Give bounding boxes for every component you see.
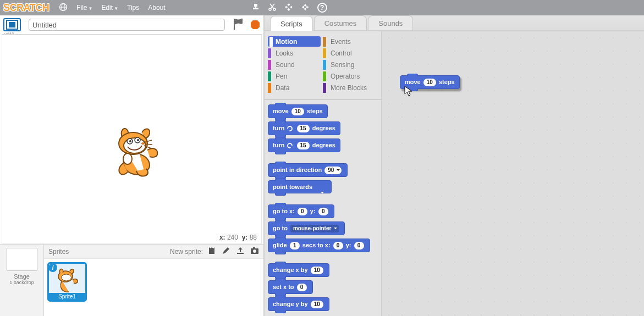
globe-icon[interactable] — [59, 3, 68, 13]
block-point-towards[interactable]: point towards — [268, 180, 332, 193]
svg-point-17 — [253, 250, 256, 253]
svg-point-11 — [129, 140, 131, 142]
menu-about[interactable]: About — [148, 4, 165, 12]
category-sensing[interactable]: Sensing — [323, 59, 378, 70]
svg-point-14 — [141, 142, 145, 145]
svg-rect-18 — [253, 247, 255, 249]
project-title-input[interactable] — [29, 19, 225, 31]
menu-file[interactable]: File▼ — [76, 4, 92, 12]
menu-edit[interactable]: Edit▼ — [101, 4, 118, 12]
tab-scripts[interactable]: Scripts — [270, 16, 313, 31]
sprite-info-icon[interactable]: i — [48, 263, 57, 272]
shrink-icon[interactable] — [301, 3, 310, 13]
tab-sounds[interactable]: Sounds — [368, 15, 413, 30]
category-data[interactable]: Data — [268, 82, 323, 93]
block-go-to-xy[interactable]: go to x: 0 y: 0 — [268, 204, 334, 218]
tab-costumes[interactable]: Costumes — [314, 15, 367, 30]
stage-thumbnail[interactable]: Stage 1 backdrop — [0, 245, 44, 316]
block-turn-ccw[interactable]: turn 15 degrees — [268, 138, 340, 152]
category-pen[interactable]: Pen — [268, 70, 323, 82]
svg-point-20 — [62, 274, 71, 281]
block-set-x[interactable]: set x to 0 — [268, 280, 313, 294]
category-operators[interactable]: Operators — [323, 70, 378, 82]
block-point-direction[interactable]: point in direction 90 — [268, 163, 348, 177]
block-turn-cw[interactable]: turn 15 degrees — [268, 121, 340, 135]
block-go-to-object[interactable]: go to mouse-pointer — [268, 221, 345, 235]
sprite-on-stage[interactable] — [110, 127, 163, 184]
category-events[interactable]: Events — [323, 36, 378, 47]
category-more-blocks[interactable]: More Blocks — [323, 82, 378, 93]
block-glide[interactable]: glide 1 secs to x: 0 y: 0 — [268, 239, 370, 252]
block-change-y[interactable]: change y by 10 — [268, 297, 329, 311]
svg-rect-6 — [9, 22, 15, 27]
category-looks[interactable]: Looks — [268, 47, 323, 59]
new-sprite-label: New sprite: — [170, 248, 203, 256]
scratch-logo[interactable]: SCRATCH — [3, 2, 49, 14]
block-category-grid: MotionEventsLooksControlSoundSensingPenO… — [265, 31, 381, 100]
stage-coordinates: x: 240 y: 88 — [219, 234, 257, 241]
paint-sprite-icon[interactable] — [222, 246, 230, 257]
sprite-thumbnail[interactable]: i Sprite1 — [47, 262, 87, 302]
block-change-x[interactable]: change x by 10 — [268, 263, 329, 277]
svg-point-13 — [137, 139, 139, 141]
svg-point-15 — [123, 153, 132, 164]
sprite-name: Sprite1 — [49, 293, 85, 300]
menu-tips[interactable]: Tips — [127, 4, 139, 12]
upload-sprite-icon[interactable] — [236, 246, 245, 257]
scissors-icon[interactable] — [268, 3, 277, 13]
green-flag-icon[interactable] — [233, 18, 245, 32]
stop-icon[interactable] — [250, 20, 260, 30]
help-icon[interactable]: ? — [317, 3, 327, 13]
stamp-icon[interactable] — [251, 3, 260, 13]
svg-marker-7 — [251, 20, 260, 29]
top-menu-bar: SCRATCH File▼ Edit▼ Tips About ? — [0, 0, 644, 15]
scripts-canvas[interactable]: move 10 steps — [382, 31, 644, 316]
camera-sprite-icon[interactable] — [250, 246, 259, 257]
block-move-steps[interactable]: move 10 steps — [268, 104, 328, 118]
sprites-header: Sprites — [48, 248, 69, 256]
stage-canvas[interactable]: x: 240 y: 88 — [2, 34, 262, 244]
category-motion[interactable]: Motion — [268, 36, 321, 47]
category-sound[interactable]: Sound — [268, 59, 323, 70]
fullscreen-icon[interactable]: v445 — [3, 18, 21, 31]
grow-icon[interactable] — [284, 3, 293, 13]
block-palette: move 10 steps turn 15 degrees turn 15 de… — [265, 100, 381, 316]
category-control[interactable]: Control — [323, 47, 378, 59]
cursor-icon — [404, 86, 413, 98]
choose-sprite-icon[interactable] — [207, 246, 216, 257]
